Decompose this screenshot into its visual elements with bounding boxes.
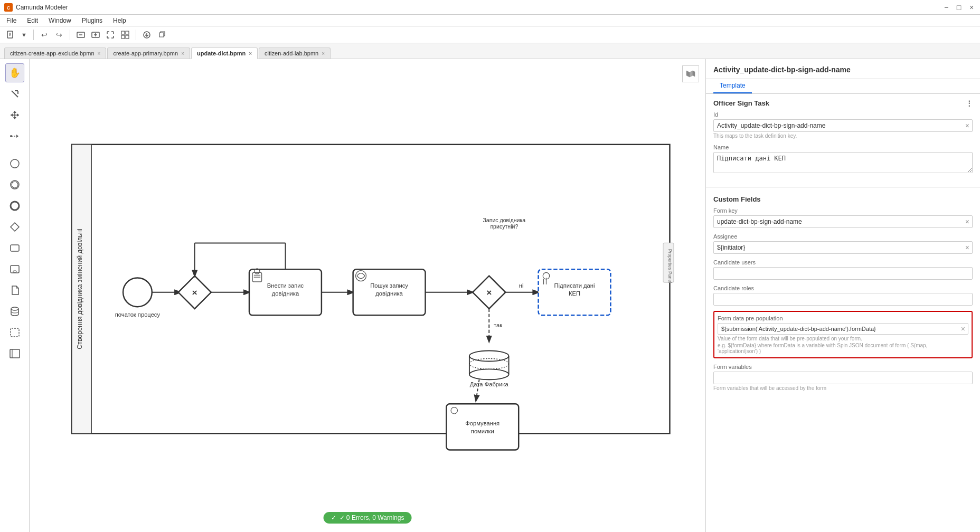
export-button[interactable]	[140, 28, 153, 41]
menu-bar: File Edit Window Plugins Help	[0, 15, 980, 26]
form-key-label: Form key	[713, 207, 973, 214]
name-input-wrap	[713, 152, 973, 175]
redo-button[interactable]: ↪	[53, 28, 65, 41]
open-button[interactable]: ▼	[19, 28, 29, 41]
svg-point-37	[11, 307, 18, 310]
svg-rect-36	[13, 271, 16, 272]
form-variables-input[interactable]	[713, 372, 973, 384]
status-icon: ✓	[331, 514, 336, 521]
copy-button[interactable]	[155, 28, 168, 41]
svg-point-31	[12, 182, 18, 188]
tab-label: create-app-primary.bpmn	[113, 50, 178, 56]
id-input[interactable]	[713, 119, 973, 132]
create-gateway[interactable]	[5, 217, 24, 236]
grid-button[interactable]	[119, 28, 131, 41]
create-start-event[interactable]	[5, 154, 24, 173]
form-data-pre-pop-hint: Value of the form data that will be pre-…	[718, 336, 968, 341]
form-data-pre-pop-clear-icon[interactable]: ×	[961, 325, 965, 332]
zoom-in-button[interactable]	[74, 28, 87, 41]
status-bar: ✓ ✓ 0 Errors, 0 Warnings	[324, 512, 412, 524]
tab-close-icon[interactable]: ×	[98, 51, 101, 56]
svg-text:Створення довідника змінений д: Створення довідника змінений довільні	[76, 229, 83, 349]
svg-marker-22	[13, 111, 16, 113]
svg-text:C: C	[7, 5, 11, 11]
candidate-users-input[interactable]	[713, 267, 973, 280]
title-bar: C Camunda Modeler − □ ×	[0, 0, 980, 15]
create-task[interactable]	[5, 239, 24, 258]
menu-window[interactable]: Window	[46, 16, 73, 25]
svg-marker-24	[11, 113, 13, 117]
tab-create-app-primary[interactable]: create-app-primary.bpmn ×	[107, 48, 190, 59]
tabs-bar: citizen-create-app-exclude.bpmn × create…	[0, 43, 980, 59]
fit-button[interactable]	[104, 28, 117, 41]
assignee-clear-icon[interactable]: ×	[965, 244, 969, 251]
space-tool[interactable]	[5, 106, 24, 125]
name-input[interactable]	[713, 152, 973, 173]
create-group[interactable]	[5, 323, 24, 342]
create-data-object[interactable]	[5, 281, 24, 300]
assignee-input[interactable]	[713, 241, 973, 254]
svg-text:Пошук запису: Пошук запису	[370, 282, 408, 289]
svg-text:Дата Фабрика: Дата Фабрика	[470, 381, 509, 387]
form-data-pre-pop-hint2: e.g. ${formData} where formData is a var…	[718, 343, 968, 354]
diagram-canvas[interactable]: Створення довідника змінений довільні по…	[30, 59, 705, 532]
svg-text:довідника: довідника	[272, 290, 299, 297]
new-diagram-button[interactable]	[4, 28, 17, 41]
create-data-store[interactable]	[5, 302, 24, 321]
svg-text:помилки: помилки	[471, 428, 494, 434]
tab-citizen-create[interactable]: citizen-create-app-exclude.bpmn ×	[4, 48, 106, 59]
id-label: Id	[713, 111, 973, 118]
menu-help[interactable]: Help	[111, 16, 128, 25]
custom-fields-title: Custom Fields	[713, 195, 973, 203]
tab-update-dict[interactable]: update-dict.bpmn ×	[191, 48, 258, 59]
create-intermediate-event[interactable]	[5, 175, 24, 194]
tab-close-icon[interactable]: ×	[322, 51, 325, 56]
global-connect-tool[interactable]	[5, 127, 24, 146]
svg-point-29	[11, 159, 19, 168]
zoom-out-button[interactable]	[89, 28, 102, 41]
create-participant[interactable]	[5, 344, 24, 363]
toolbar: ▼ ↩ ↪	[0, 26, 980, 43]
tab-close-icon[interactable]: ×	[181, 51, 184, 56]
svg-text:довідника: довідника	[375, 290, 403, 297]
id-clear-icon[interactable]: ×	[965, 122, 969, 129]
svg-text:ні: ні	[519, 282, 524, 289]
form-key-field: Form key ×	[713, 207, 973, 228]
assignee-input-wrap: ×	[713, 241, 973, 254]
undo-button[interactable]: ↩	[38, 28, 51, 41]
form-key-clear-icon[interactable]: ×	[965, 218, 969, 225]
svg-text:Запис довідника: Запис довідника	[483, 217, 525, 223]
form-variables-input-wrap	[713, 372, 973, 384]
name-label: Name	[713, 144, 973, 150]
candidate-roles-input[interactable]	[713, 293, 973, 306]
candidate-roles-field: Candidate roles	[713, 285, 973, 306]
svg-line-17	[12, 91, 18, 97]
tab-label: citizen-create-app-exclude.bpmn	[10, 50, 95, 56]
menu-edit[interactable]: Edit	[25, 16, 40, 25]
form-key-input[interactable]	[713, 215, 973, 228]
maximize-button[interactable]: □	[955, 3, 963, 12]
form-variables-hint: Form variables that will be accessed by …	[713, 385, 973, 391]
menu-plugins[interactable]: Plugins	[80, 16, 105, 25]
close-button[interactable]: ×	[967, 3, 976, 12]
properties-tabs: Template	[706, 79, 980, 94]
tab-template[interactable]: Template	[713, 79, 752, 93]
window-controls[interactable]: − □ ×	[942, 3, 976, 12]
create-subprocess[interactable]	[5, 260, 24, 279]
tab-close-icon[interactable]: ×	[249, 51, 252, 56]
tab-label: update-dict.bpmn	[197, 50, 246, 56]
svg-marker-97	[693, 71, 695, 77]
form-data-pre-pop-input[interactable]	[718, 323, 968, 335]
hand-tool[interactable]: ✋	[5, 63, 24, 82]
create-end-event[interactable]	[5, 196, 24, 215]
assignee-label: Assignee	[713, 233, 973, 240]
map-navigation-icon[interactable]	[682, 65, 699, 82]
more-options-icon[interactable]: ⋮	[966, 99, 973, 107]
svg-marker-25	[17, 113, 19, 117]
custom-fields-section: Custom Fields Form key × Assignee ×	[706, 190, 980, 402]
minimize-button[interactable]: −	[942, 3, 950, 12]
lasso-tool[interactable]	[5, 84, 24, 103]
id-hint: This maps to the task definition key.	[713, 133, 973, 139]
menu-file[interactable]: File	[4, 16, 18, 25]
tab-citizen-add-lab[interactable]: citizen-add-lab.bpmn ×	[259, 48, 331, 59]
